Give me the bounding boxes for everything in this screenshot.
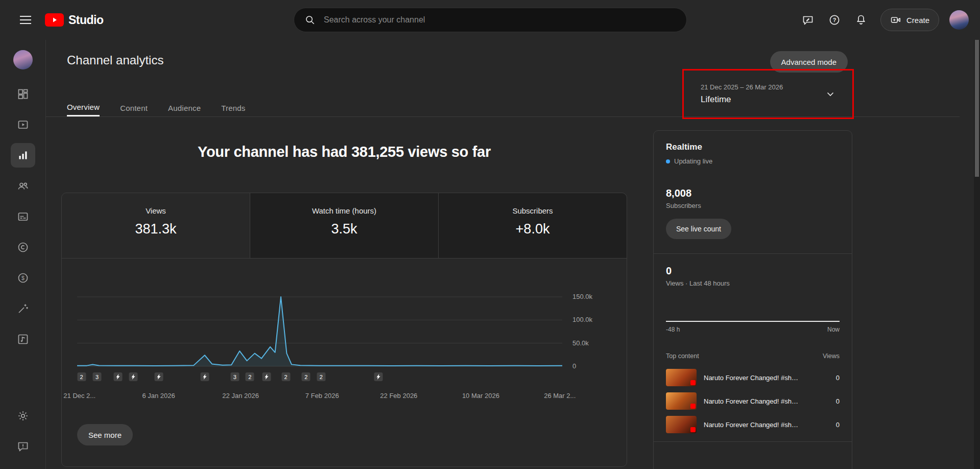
divider (654, 441, 852, 442)
tab-content[interactable]: Content (120, 93, 148, 116)
videos-published-marker[interactable]: 3 (92, 372, 101, 381)
top-content-row[interactable]: Naruto Forever Changed! #sh… 0 (666, 366, 840, 389)
sidebar-item-audio-library[interactable] (11, 327, 35, 351)
hamburger-menu-icon[interactable] (15, 10, 36, 30)
sidebar-item-content[interactable] (11, 112, 35, 137)
copyright-icon (17, 241, 29, 253)
metric-value: +8.0k (516, 221, 550, 237)
sidebar-item-analytics[interactable] (11, 143, 35, 168)
x-axis-label: 10 Mar 2026 (462, 392, 499, 400)
x-axis-label: 7 Feb 2026 (305, 392, 339, 400)
y-axis-label: 50.0k (572, 339, 589, 347)
chart-y-axis: 150.0k100.0k50.0k0 (572, 297, 613, 366)
shorts-published-marker-icon[interactable] (200, 372, 209, 381)
video-views: 0 (836, 374, 840, 382)
video-title: Naruto Forever Changed! #sh… (704, 397, 829, 405)
create-button[interactable]: Create (880, 9, 939, 31)
settings-gear-icon (17, 410, 29, 422)
search-bar (294, 8, 687, 32)
analytics-tabs: Overview Content Audience Trends (67, 93, 246, 116)
create-label: Create (906, 16, 929, 25)
realtime-axis: -48 h Now (666, 326, 840, 333)
analytics-icon (17, 149, 29, 161)
views-headline: Your channel has had 381,255 views so fa… (61, 144, 627, 160)
live-dot-icon (666, 159, 670, 163)
metric-label: Watch time (hours) (312, 206, 376, 215)
chart-x-axis: 21 Dec 2...6 Jan 202622 Jan 20267 Feb 20… (77, 392, 562, 401)
shorts-published-marker-icon[interactable] (374, 372, 383, 381)
video-views: 0 (836, 421, 840, 429)
videos-published-marker[interactable]: 2 (302, 372, 310, 381)
views-line-chart (77, 297, 562, 366)
help-button[interactable]: ? (823, 9, 846, 31)
account-avatar[interactable] (949, 10, 969, 30)
axis-start-label: -48 h (666, 326, 680, 333)
tab-audience[interactable]: Audience (168, 93, 201, 116)
realtime-views-label: Views · Last 48 hours (666, 279, 840, 287)
sidebar-item-copyright[interactable] (11, 235, 35, 260)
top-content-list: Naruto Forever Changed! #sh… 0 Naruto Fo… (666, 366, 840, 436)
realtime-status-text: Updating live (674, 157, 712, 165)
sidebar-item-dashboard[interactable] (11, 82, 35, 106)
realtime-subscribers-value: 8,008 (666, 187, 840, 199)
videos-published-marker[interactable]: 2 (77, 372, 86, 381)
sidebar-item-send-feedback[interactable] (11, 434, 35, 459)
videos-published-marker[interactable]: 2 (281, 372, 290, 381)
video-title: Naruto Forever Changed! #sh… (704, 421, 829, 429)
top-content-row[interactable]: Naruto Forever Changed! #sh… 0 (666, 389, 840, 413)
tab-trends[interactable]: Trends (221, 93, 245, 116)
shorts-published-marker-icon[interactable] (262, 372, 271, 381)
topbar: Studio ? (0, 0, 980, 40)
help-icon: ? (828, 14, 841, 26)
views-column-label: Views (823, 353, 840, 360)
youtube-play-icon (45, 13, 64, 27)
metric-tab-views[interactable]: Views 381.3k (62, 193, 250, 258)
sidebar-item-subtitles[interactable] (11, 204, 35, 229)
shorts-published-marker-icon[interactable] (129, 372, 138, 381)
advanced-mode-button[interactable]: Advanced mode (770, 51, 848, 73)
audio-library-icon (17, 333, 29, 345)
create-video-icon (890, 14, 901, 26)
notifications-button[interactable] (850, 9, 872, 31)
metric-tab-subscribers[interactable]: Subscribers +8.0k (438, 193, 627, 258)
videos-published-marker[interactable]: 2 (246, 372, 254, 381)
y-axis-label: 0 (572, 362, 576, 370)
shorts-badge-icon (690, 380, 696, 385)
videos-published-marker[interactable]: 2 (317, 372, 325, 381)
shorts-badge-icon (690, 404, 696, 409)
search-input[interactable] (324, 15, 681, 25)
sidebar-item-earn[interactable]: $ (11, 266, 35, 290)
scrollbar-thumb[interactable] (975, 40, 979, 177)
sidebar-item-community[interactable] (11, 174, 35, 198)
x-axis-label: 26 Mar 2... (544, 392, 576, 400)
divider (654, 253, 852, 254)
y-axis-label: 150.0k (572, 293, 592, 300)
shorts-published-marker-icon[interactable] (113, 372, 122, 381)
top-content-row[interactable]: Naruto Forever Changed! #sh… 0 (666, 413, 840, 436)
chart-publish-markers: 2332222 (77, 372, 562, 381)
youtube-studio-logo[interactable]: Studio (45, 13, 104, 27)
shorts-published-marker-icon[interactable] (154, 372, 163, 381)
channel-avatar[interactable] (13, 50, 33, 69)
realtime-card: Realtime Updating live 8,008 Subscribers… (653, 130, 852, 469)
see-live-count-button[interactable]: See live count (666, 219, 731, 239)
topbar-actions: ? Create (797, 9, 980, 31)
community-icon (17, 180, 29, 192)
tab-overview[interactable]: Overview (67, 93, 100, 116)
x-axis-label: 6 Jan 2026 (142, 392, 175, 400)
videos-published-marker[interactable]: 3 (230, 372, 239, 381)
sidebar-nav: $ (11, 82, 35, 351)
metric-tab-watch-time[interactable]: Watch time (hours) 3.5k (250, 193, 438, 258)
top-content-header: Top content Views (666, 353, 840, 360)
y-axis-label: 100.0k (572, 316, 592, 323)
top-content-label: Top content (666, 353, 699, 360)
search-icon (304, 14, 316, 26)
send-feedback-button[interactable] (797, 9, 819, 31)
sidebar-item-settings[interactable] (11, 404, 35, 428)
chevron-down-icon (824, 88, 836, 100)
sidebar-item-customization[interactable] (11, 296, 35, 321)
svg-text:?: ? (833, 17, 836, 23)
dashboard-icon (17, 88, 29, 100)
date-range-picker[interactable]: 21 Dec 2025 – 26 Mar 2026 Lifetime (685, 71, 851, 117)
see-more-button[interactable]: See more (77, 424, 133, 445)
